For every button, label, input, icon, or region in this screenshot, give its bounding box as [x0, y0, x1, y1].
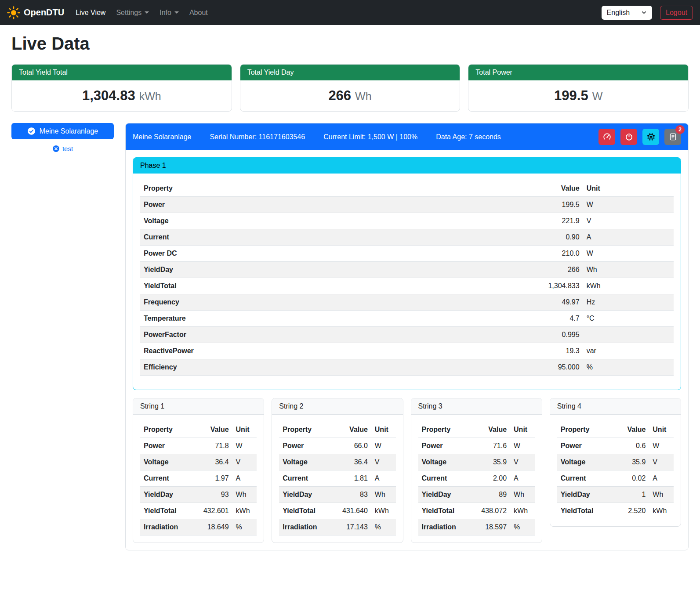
value-cell: 71.8 — [195, 438, 232, 454]
nav-about[interactable]: About — [184, 5, 213, 20]
value-cell: 210.0 — [444, 246, 583, 262]
value-cell: 431.640 — [334, 503, 371, 519]
table-row: Voltage 221.9 V — [140, 213, 674, 229]
summary-card-unit: W — [592, 90, 603, 102]
summary-card-body: 266Wh — [240, 80, 460, 111]
property-cell: ReactivePower — [140, 343, 444, 359]
value-cell: 36.4 — [195, 454, 232, 470]
value-cell: 199.5 — [444, 197, 583, 213]
table-row: YieldTotal 2.520 kWh — [557, 503, 674, 519]
table-row: Irradiation 17.143 % — [279, 519, 395, 535]
inverter-header-buttons: 2 — [598, 129, 681, 145]
strings-row: String 1 Property Value Unit — [133, 398, 681, 543]
property-cell: YieldTotal — [418, 503, 473, 519]
unit-cell: kWh — [583, 278, 674, 294]
brand[interactable]: OpenDTU — [7, 6, 64, 19]
property-cell: Power — [279, 438, 334, 454]
property-column-header: Property — [279, 422, 334, 438]
value-cell: 36.4 — [334, 454, 371, 470]
inverter-current-limit: Current Limit: 1,500 W | 100% — [323, 133, 417, 141]
nav-info[interactable]: Info — [154, 5, 184, 20]
table-row: Voltage 35.9 V — [418, 454, 535, 470]
logout-button[interactable]: Logout — [660, 6, 693, 20]
property-cell: Temperature — [140, 311, 444, 327]
value-cell: 17.143 — [334, 519, 371, 535]
value-cell: 221.9 — [444, 213, 583, 229]
string-card-2: String 2 Property Value Unit — [272, 398, 403, 543]
string-title: String 2 — [272, 398, 403, 415]
value-cell: 2.520 — [612, 503, 649, 519]
nav-live-view[interactable]: Live View — [70, 5, 111, 20]
unit-column-header: Unit — [649, 422, 674, 438]
inverter-select-button[interactable]: Meine Solaranlage — [11, 123, 114, 139]
table-row: Current 2.00 A — [418, 470, 535, 487]
property-cell: Current — [418, 470, 473, 487]
property-cell: Current — [279, 470, 334, 487]
property-cell: YieldTotal — [557, 503, 612, 519]
unit-cell: var — [583, 343, 674, 359]
unit-cell — [583, 327, 674, 343]
property-cell: YieldTotal — [140, 278, 444, 294]
event-log-button[interactable]: 2 — [664, 129, 681, 145]
table-row: Power 71.6 W — [418, 438, 535, 454]
summary-card-unit: kWh — [139, 90, 161, 102]
property-cell: YieldTotal — [279, 503, 334, 519]
power-settings-button[interactable] — [620, 129, 637, 145]
unit-cell: % — [232, 519, 257, 535]
property-cell: PowerFactor — [140, 327, 444, 343]
summary-card-total-yield-day: Total Yield Day 266Wh — [240, 64, 461, 112]
language-select[interactable]: English — [602, 6, 652, 20]
table-row: Voltage 35.9 V — [557, 454, 674, 470]
summary-card-title: Total Power — [468, 65, 688, 80]
table-row: Power 199.5 W — [140, 197, 674, 213]
summary-card-unit: Wh — [355, 90, 372, 102]
property-cell: Current — [557, 470, 612, 487]
summary-card-body: 1,304.83kWh — [12, 80, 232, 111]
inverter-name: Meine Solaranlage — [133, 133, 191, 141]
table-row: YieldDay 89 Wh — [418, 487, 535, 503]
speedometer-icon — [603, 133, 611, 141]
unit-column-header: Unit — [583, 181, 674, 197]
unit-cell: Wh — [510, 487, 535, 503]
unit-cell: % — [510, 519, 535, 535]
value-cell: 19.3 — [444, 343, 583, 359]
string-body: Property Value Unit Power 0.6 W — [550, 415, 681, 519]
limit-settings-button[interactable] — [598, 129, 615, 145]
string-body: Property Value Unit Power 71.6 W — [411, 415, 542, 535]
property-cell: Current — [140, 470, 195, 487]
table-header-row: Property Value Unit — [418, 422, 535, 438]
summary-card-total-power: Total Power 199.5W — [468, 64, 689, 112]
property-cell: Voltage — [140, 213, 444, 229]
property-cell: Voltage — [279, 454, 334, 470]
value-cell: 95.000 — [444, 359, 583, 376]
table-row: YieldDay 1 Wh — [557, 487, 674, 503]
inverter-data-age: Data Age: 7 seconds — [436, 133, 501, 141]
string-body: Property Value Unit Power 71.8 W — [133, 415, 264, 535]
summary-card-total-yield-total: Total Yield Total 1,304.83kWh — [11, 64, 232, 112]
unit-column-header: Unit — [232, 422, 257, 438]
table-row: Power 71.8 W — [140, 438, 257, 454]
value-cell: 0.02 — [612, 470, 649, 487]
summary-card-value: 1,304.83 — [82, 88, 135, 103]
inverter-select-label: Meine Solaranlage — [40, 127, 98, 135]
value-cell: 438.072 — [473, 503, 510, 519]
unit-cell: W — [232, 438, 257, 454]
device-info-button[interactable] — [642, 129, 659, 145]
phase-body: Property Value Unit Power 199.5 W — [133, 174, 681, 390]
string-card-4: String 4 Property Value Unit — [550, 398, 681, 527]
value-cell: 4.7 — [444, 311, 583, 327]
value-cell: 1.97 — [195, 470, 232, 487]
table-header-row: Property Value Unit — [140, 422, 257, 438]
x-circle-icon — [52, 145, 60, 152]
string-table: Property Value Unit Power 0.6 W — [557, 422, 674, 519]
value-cell: 1,304.833 — [444, 278, 583, 294]
table-row: Current 0.90 A — [140, 229, 674, 246]
string-table: Property Value Unit Power 71.8 W — [140, 422, 257, 535]
unit-cell: % — [371, 519, 396, 535]
unit-column-header: Unit — [510, 422, 535, 438]
test-link[interactable]: test — [52, 145, 73, 152]
main-content: Live Data Total Yield Total 1,304.83kWh … — [0, 34, 700, 550]
table-row: Power DC 210.0 W — [140, 246, 674, 262]
inverter-serial: Serial Number: 116171603546 — [210, 133, 305, 141]
nav-settings[interactable]: Settings — [111, 5, 154, 20]
